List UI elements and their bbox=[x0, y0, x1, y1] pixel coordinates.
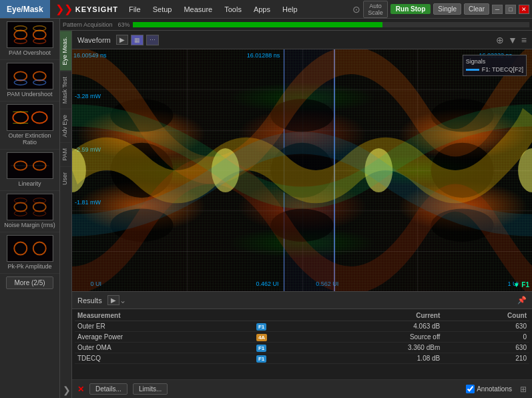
results-table: Measurement Current Count Outer ER F1 4.… bbox=[72, 309, 532, 379]
grid-line-v1 bbox=[187, 49, 188, 291]
chevron-right-icon: ❯ bbox=[63, 385, 71, 395]
run-stop-button[interactable]: Run Stop bbox=[390, 4, 431, 14]
table-row: TDECQ F1 1.08 dB 210 bbox=[75, 353, 529, 364]
row-current: 3.360 dBm bbox=[310, 343, 443, 353]
waveform-area: Eye Meas. Mask Test Adv Eye PAM User ❯ W… bbox=[60, 31, 532, 398]
main-layout: PAM Overshoot PAM Undershoot bbox=[0, 19, 532, 398]
legend-name-f1: F1: TDECQ[F2] bbox=[482, 66, 523, 73]
col-measurement: Measurement bbox=[75, 311, 254, 321]
table-header-row: Measurement Current Count bbox=[75, 311, 529, 321]
annotations-label: Annotations bbox=[477, 385, 512, 393]
menu-setup[interactable]: Setup bbox=[148, 4, 178, 15]
sidebar-item-pam-overshoot[interactable]: PAM Overshoot bbox=[0, 19, 59, 60]
annotations-checkbox[interactable] bbox=[466, 385, 475, 393]
vert-tab-user[interactable]: User bbox=[60, 166, 71, 190]
row-count: 630 bbox=[443, 343, 529, 353]
measurements-table: Measurement Current Count Outer ER F1 4.… bbox=[75, 311, 529, 364]
vertical-tabs: Eye Meas. Mask Test Adv Eye PAM User ❯ bbox=[60, 31, 72, 398]
pk-amplitude-label: Pk-Pk Amplitude bbox=[7, 263, 51, 270]
menu-apps[interactable]: Apps bbox=[248, 4, 276, 15]
pam-overshoot-label: PAM Overshoot bbox=[9, 49, 51, 57]
menu-help[interactable]: Help bbox=[277, 4, 303, 15]
pattern-progress-fill bbox=[133, 22, 382, 27]
sidebar-item-outer-extinction[interactable]: Outer Extinction Ratio bbox=[0, 102, 59, 150]
zoom-down-icon[interactable]: ▼ bbox=[508, 35, 517, 45]
expand-icon[interactable]: ❯ bbox=[60, 382, 71, 398]
waveform-column: Waveform ▶ ▦ ⋯ ⊕ ▼ ≡ bbox=[72, 31, 532, 398]
title-bar: Eye/Mask ❯❯ KEYSIGHT File Setup Measure … bbox=[0, 0, 532, 19]
row-badge: 4A bbox=[254, 332, 310, 343]
clear-button[interactable]: Clear bbox=[464, 3, 489, 15]
single-button[interactable]: Single bbox=[433, 3, 461, 15]
results-header: Results ▶ ⌄ 📌 bbox=[72, 292, 532, 309]
row-name: Average Power bbox=[75, 332, 254, 343]
cursor-box bbox=[284, 49, 334, 291]
camera-icon[interactable]: ⊙ bbox=[352, 4, 360, 15]
waveform-play-button[interactable]: ▶ bbox=[116, 35, 128, 45]
cursor-line-right bbox=[334, 49, 335, 291]
error-icon[interactable]: ✕ bbox=[77, 385, 84, 394]
menu-measure[interactable]: Measure bbox=[178, 4, 218, 15]
maximize-button[interactable]: □ bbox=[505, 5, 516, 14]
annotations-checkbox-label[interactable]: Annotations bbox=[466, 385, 512, 393]
f1-indicator: ▼ F1 bbox=[513, 281, 529, 288]
sidebar-item-pam-undershoot[interactable]: PAM Undershoot bbox=[0, 60, 59, 102]
pattern-progress-bar bbox=[133, 22, 529, 27]
results-panel: Results ▶ ⌄ 📌 Measurement Current bbox=[72, 291, 532, 398]
pin-icon[interactable]: 📌 bbox=[517, 296, 527, 305]
amp-label-2: -2.59 mW bbox=[75, 146, 101, 153]
row-name: TDECQ bbox=[75, 353, 254, 364]
time-label-2: 16.01288 ns bbox=[247, 52, 280, 59]
waveform-mode-dots[interactable]: ⋯ bbox=[146, 35, 159, 45]
close-button[interactable]: ✕ bbox=[519, 5, 529, 14]
minimize-button[interactable]: ─ bbox=[492, 5, 503, 14]
more-button[interactable]: More (2/5) bbox=[6, 276, 53, 289]
eye-mask-tab[interactable]: Eye/Mask bbox=[0, 0, 50, 18]
menu-tools[interactable]: Tools bbox=[219, 4, 247, 15]
vert-tab-adv-eye[interactable]: Adv Eye bbox=[60, 109, 71, 143]
pattern-bar: Pattern Acquisition 63% bbox=[60, 19, 532, 31]
menu-file[interactable]: File bbox=[123, 4, 146, 15]
waveform-title: Waveform bbox=[77, 36, 111, 44]
results-title: Results bbox=[77, 296, 102, 305]
row-count: 630 bbox=[443, 321, 529, 332]
results-expand-icon[interactable]: ⌄ bbox=[119, 296, 126, 305]
vert-tab-pam[interactable]: PAM bbox=[60, 142, 71, 166]
noise-margin-icon bbox=[7, 194, 53, 220]
amp-label-1: -3.28 mW bbox=[75, 93, 101, 100]
limits-button[interactable]: Limits... bbox=[133, 383, 168, 395]
sidebar-item-pk-amplitude[interactable]: Pk-Pk Amplitude bbox=[0, 232, 59, 274]
row-current: Source off bbox=[310, 332, 443, 343]
row-badge: F1 bbox=[254, 353, 310, 364]
table-row: Outer ER F1 4.063 dB 630 bbox=[75, 321, 529, 332]
details-button[interactable]: Details... bbox=[89, 383, 127, 395]
waveform-display[interactable]: 16.00549 ns 16.01288 ns 16.02232 ns -3.2… bbox=[72, 49, 532, 291]
outer-extinction-label: Outer Extinction Ratio bbox=[1, 132, 58, 147]
sidebar-item-noise-margin[interactable]: Noise Margin (rms) bbox=[0, 191, 59, 232]
menu-icon[interactable]: ≡ bbox=[521, 35, 527, 45]
sidebar-item-linearity[interactable]: Linearity bbox=[0, 150, 59, 191]
results-play-button[interactable]: ▶ bbox=[107, 295, 119, 305]
row-current: 1.08 dB bbox=[310, 353, 443, 364]
linearity-label: Linearity bbox=[18, 180, 41, 188]
legend-title: Signals bbox=[466, 58, 523, 65]
grid-icon[interactable]: ⊞ bbox=[520, 385, 527, 394]
ui-label-0: 0 UI bbox=[91, 280, 102, 287]
row-badge: F1 bbox=[254, 321, 310, 332]
content-area: Pattern Acquisition 63% Eye Meas. Mask T… bbox=[60, 19, 532, 398]
pam-undershoot-icon bbox=[7, 63, 53, 89]
time-label-1: 16.00549 ns bbox=[73, 52, 107, 59]
waveform-mode-heatmap[interactable]: ▦ bbox=[131, 35, 144, 45]
logo-text: KEYSIGHT bbox=[75, 5, 118, 13]
vert-tab-mask-test[interactable]: Mask Test bbox=[60, 71, 71, 109]
eye-mask-label: Eye/Mask bbox=[7, 5, 43, 14]
row-count: 210 bbox=[443, 353, 529, 364]
pam-undershoot-label: PAM Undershoot bbox=[7, 91, 53, 98]
vert-tab-eye-meas[interactable]: Eye Meas. bbox=[60, 31, 71, 71]
auto-scale-button[interactable]: AutoScale bbox=[363, 1, 388, 18]
left-sidebar: PAM Overshoot PAM Undershoot bbox=[0, 19, 60, 398]
noise-margin-label: Noise Margin (rms) bbox=[4, 222, 55, 229]
results-footer: ✕ Details... Limits... Annotations ⊞ bbox=[72, 379, 532, 398]
crosshair-icon[interactable]: ⊕ bbox=[496, 35, 504, 45]
results-rows: Outer ER F1 4.063 dB 630 Average Power 4… bbox=[75, 321, 529, 364]
